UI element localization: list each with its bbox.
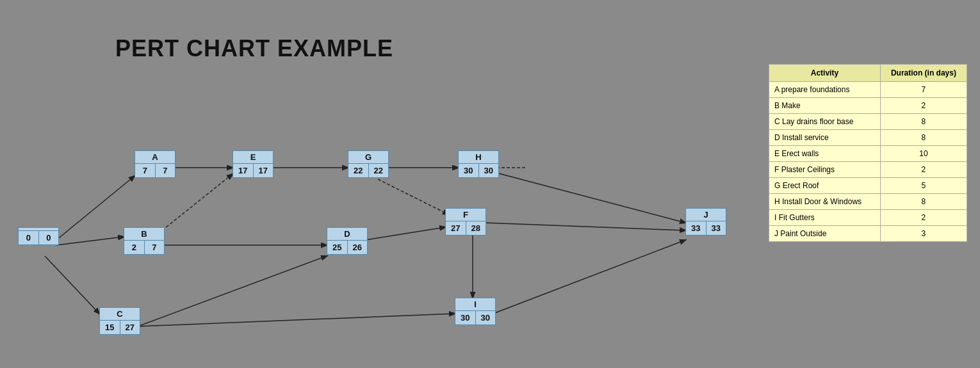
table-row: H Install Door & Windows8 — [769, 194, 967, 210]
svg-line-9 — [365, 227, 445, 240]
table-cell-activity: F Plaster Ceilings — [769, 162, 881, 178]
table-cell-duration: 8 — [880, 130, 967, 146]
node-E: E 17 17 — [233, 150, 274, 178]
table-cell-activity: C Lay drains floor base — [769, 114, 881, 130]
table-cell-duration: 2 — [880, 98, 967, 114]
node-J: J 33 33 — [685, 208, 726, 236]
node-H: H 30 30 — [458, 150, 499, 178]
table-row: I Fit Gutters2 — [769, 210, 967, 226]
node-C: C 15 27 — [99, 307, 140, 335]
page-title: PERT CHART EXAMPLE — [115, 35, 393, 62]
table-row: B Make2 — [769, 98, 967, 114]
table-cell-activity: J Paint Outside — [769, 226, 881, 242]
svg-line-15 — [484, 223, 685, 230]
table-header-activity: Activity — [769, 65, 881, 82]
table-row: F Plaster Ceilings2 — [769, 162, 967, 178]
table-cell-activity: I Fit Gutters — [769, 210, 881, 226]
table-cell-duration: 5 — [880, 178, 967, 194]
table-row: C Lay drains floor base8 — [769, 114, 967, 130]
node-start: 0 0 — [18, 227, 59, 245]
svg-line-6 — [138, 256, 327, 326]
svg-line-0 — [56, 176, 135, 240]
table-cell-activity: D Install service — [769, 130, 881, 146]
node-G: G 22 22 — [348, 150, 389, 178]
table-cell-duration: 2 — [880, 162, 967, 178]
table-cell-duration: 10 — [880, 146, 967, 162]
svg-line-4 — [162, 174, 233, 230]
node-I: I 30 30 — [455, 298, 496, 325]
table-cell-duration: 8 — [880, 114, 967, 130]
table-cell-duration: 7 — [880, 82, 967, 98]
table-row: G Erect Roof5 — [769, 178, 967, 194]
node-A: A 7 7 — [135, 150, 176, 178]
svg-line-2 — [45, 256, 99, 314]
table-cell-duration: 3 — [880, 226, 967, 242]
svg-line-1 — [56, 237, 124, 245]
node-F: F 27 28 — [445, 208, 486, 236]
table-cell-duration: 8 — [880, 194, 967, 210]
activity-table: Activity Duration (in days) A prepare fo… — [769, 64, 967, 242]
table-row: J Paint Outside3 — [769, 226, 967, 242]
table-cell-duration: 2 — [880, 210, 967, 226]
node-D: D 25 26 — [327, 227, 368, 255]
svg-line-12 — [496, 173, 685, 223]
table-cell-activity: A prepare foundations — [769, 82, 881, 98]
node-B: B 2 7 — [124, 227, 165, 255]
table-cell-activity: B Make — [769, 98, 881, 114]
table-cell-activity: G Erect Roof — [769, 178, 881, 194]
table-cell-activity: H Install Door & Windows — [769, 194, 881, 210]
table-header-duration: Duration (in days) — [880, 65, 967, 82]
svg-line-7 — [138, 314, 455, 326]
svg-line-11 — [378, 179, 448, 214]
table-row: E Erect walls10 — [769, 146, 967, 162]
table-cell-activity: E Erect walls — [769, 146, 881, 162]
table-row: D Install service8 — [769, 130, 967, 146]
svg-line-16 — [493, 240, 685, 314]
table-row: A prepare foundations7 — [769, 82, 967, 98]
